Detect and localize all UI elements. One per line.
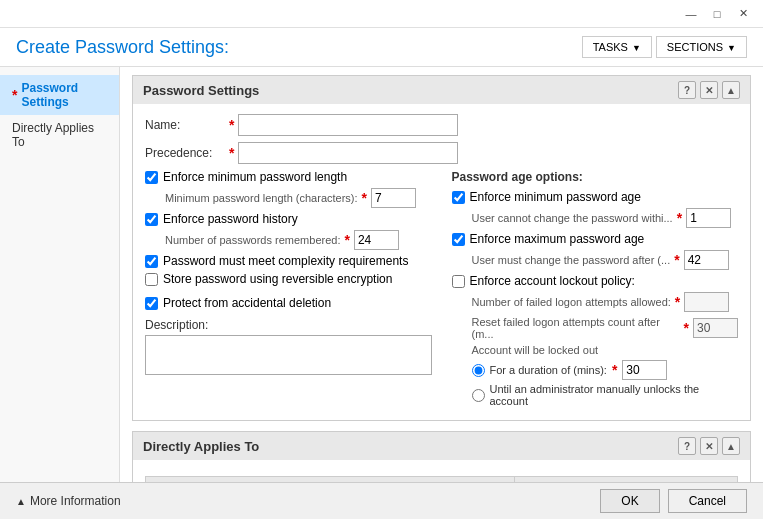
sidebar: * Password Settings Directly Applies To	[0, 67, 120, 482]
tasks-chevron-icon	[632, 41, 641, 53]
enforce-history-checkbox[interactable]	[145, 213, 158, 226]
description-label: Description:	[145, 318, 432, 332]
required-star: *	[12, 87, 17, 103]
min-length-required: *	[362, 190, 367, 206]
min-length-input[interactable]	[371, 188, 416, 208]
sidebar-item-password-settings[interactable]: * Password Settings	[0, 75, 119, 115]
password-settings-title: Password Settings	[143, 83, 259, 98]
max-age-sub-row: User must change the password after (...…	[472, 250, 739, 270]
footer-buttons: OK Cancel	[600, 489, 747, 513]
reversible-row: Store password using reversible encrypti…	[145, 272, 432, 286]
enforce-min-age-checkbox[interactable]	[452, 191, 465, 204]
enforce-min-age-label: Enforce minimum password age	[470, 190, 641, 204]
failed-required: *	[675, 294, 680, 310]
sidebar-item-label: Directly Applies To	[12, 121, 107, 149]
dat-help-icon[interactable]: ?	[678, 437, 696, 455]
precedence-row: Precedence: *	[145, 142, 738, 164]
dat-expand-icon[interactable]: ▲	[722, 437, 740, 455]
protect-row: Protect from accidental deletion	[145, 296, 432, 310]
duration-radio[interactable]	[472, 364, 485, 377]
name-required: *	[229, 117, 234, 133]
protect-label: Protect from accidental deletion	[163, 296, 331, 310]
min-age-required: *	[677, 210, 682, 226]
min-age-input[interactable]	[686, 208, 731, 228]
directly-applies-to-header: Directly Applies To ? ✕ ▲	[133, 432, 750, 460]
cancel-button[interactable]: Cancel	[668, 489, 747, 513]
maximize-button[interactable]: □	[705, 4, 729, 24]
lockout-checkbox[interactable]	[452, 275, 465, 288]
right-col: Password age options: Enforce minimum pa…	[452, 170, 739, 410]
lockout-label: Enforce account lockout policy:	[470, 274, 635, 288]
account-locked-label-row: Account will be locked out	[472, 344, 739, 356]
description-input[interactable]	[145, 335, 432, 375]
main-container: * Password Settings Directly Applies To …	[0, 67, 763, 482]
close-button[interactable]: ✕	[731, 4, 755, 24]
sidebar-item-directly-applies-to[interactable]: Directly Applies To	[0, 115, 119, 155]
lockout-row: Enforce account lockout policy:	[452, 274, 739, 288]
footer: ▲ More Information OK Cancel	[0, 482, 763, 519]
help-icon[interactable]: ?	[678, 81, 696, 99]
enforce-max-age-label: Enforce maximum password age	[470, 232, 645, 246]
duration-input[interactable]	[622, 360, 667, 380]
complexity-checkbox[interactable]	[145, 255, 158, 268]
min-length-label: Minimum password length (characters):	[165, 192, 358, 204]
history-input[interactable]	[354, 230, 399, 250]
content-area: Password Settings ? ✕ ▲ Name: * Preceden…	[120, 67, 763, 482]
reset-label: Reset failed logon attempts count after …	[472, 316, 680, 340]
tasks-button[interactable]: TASKS	[582, 36, 652, 58]
enforce-history-row: Enforce password history	[145, 212, 432, 226]
sections-button[interactable]: SECTIONS	[656, 36, 747, 58]
dat-header-icons: ? ✕ ▲	[678, 437, 740, 455]
reset-input[interactable]	[693, 318, 738, 338]
reset-required: *	[684, 320, 689, 336]
duration-label: For a duration of (mins):	[490, 364, 607, 376]
duration-row: For a duration of (mins): *	[472, 360, 739, 380]
protect-checkbox[interactable]	[145, 297, 158, 310]
name-input[interactable]	[238, 114, 458, 136]
dat-restore-icon[interactable]: ✕	[700, 437, 718, 455]
ok-button[interactable]: OK	[600, 489, 659, 513]
minimize-button[interactable]: —	[679, 4, 703, 24]
failed-attempts-row: Number of failed logon attempts allowed:…	[472, 292, 739, 312]
password-settings-panel: Password Settings ? ✕ ▲ Name: * Preceden…	[132, 75, 751, 421]
max-age-input[interactable]	[684, 250, 729, 270]
header-buttons: TASKS SECTIONS	[582, 36, 747, 58]
complexity-label: Password must meet complexity requiremen…	[163, 254, 408, 268]
chevron-icon: ▲	[16, 496, 26, 507]
account-locked-label: Account will be locked out	[472, 344, 599, 356]
precedence-label: Precedence:	[145, 146, 225, 160]
two-col-layout: Enforce minimum password length Minimum …	[145, 170, 738, 410]
precedence-required: *	[229, 145, 234, 161]
header: Create Password Settings: TASKS SECTIONS	[0, 28, 763, 67]
sections-chevron-icon	[727, 41, 736, 53]
precedence-input[interactable]	[238, 142, 458, 164]
reset-row: Reset failed logon attempts count after …	[472, 316, 739, 340]
duration-required: *	[612, 362, 617, 378]
enforce-min-age-row: Enforce minimum password age	[452, 190, 739, 204]
history-required: *	[344, 232, 349, 248]
manual-unlock-row: Until an administrator manually unlocks …	[472, 383, 739, 407]
sections-label: SECTIONS	[667, 41, 723, 53]
enforce-min-length-label: Enforce minimum password length	[163, 170, 347, 184]
left-col: Enforce minimum password length Minimum …	[145, 170, 432, 410]
enforce-min-length-row: Enforce minimum password length	[145, 170, 432, 184]
manual-unlock-radio[interactable]	[472, 389, 485, 402]
failed-attempts-input[interactable]	[684, 292, 729, 312]
enforce-max-age-checkbox[interactable]	[452, 233, 465, 246]
min-length-sub-row: Minimum password length (characters): *	[165, 188, 432, 208]
restore-icon[interactable]: ✕	[700, 81, 718, 99]
password-settings-header: Password Settings ? ✕ ▲	[133, 76, 750, 104]
max-age-sub-label: User must change the password after (...	[472, 254, 671, 266]
header-icons: ? ✕ ▲	[678, 81, 740, 99]
sidebar-item-label: Password Settings	[21, 81, 107, 109]
page-title: Create Password Settings:	[16, 37, 229, 58]
password-settings-body: Name: * Precedence: * Enf	[133, 104, 750, 420]
name-row: Name: *	[145, 114, 738, 136]
more-info[interactable]: ▲ More Information	[16, 494, 121, 508]
title-bar: — □ ✕	[0, 0, 763, 28]
enforce-min-length-checkbox[interactable]	[145, 171, 158, 184]
expand-icon[interactable]: ▲	[722, 81, 740, 99]
enforce-history-label: Enforce password history	[163, 212, 298, 226]
password-age-title: Password age options:	[452, 170, 739, 184]
reversible-checkbox[interactable]	[145, 273, 158, 286]
